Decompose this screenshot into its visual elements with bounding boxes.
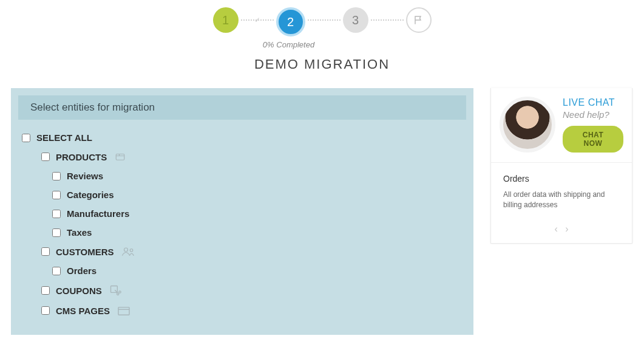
manufacturers-label: Manufacturers — [67, 208, 129, 219]
svg-point-1 — [124, 248, 127, 252]
progress-completed-text: 0% Completed — [0, 40, 644, 49]
info-card: Orders All order data with shipping and … — [491, 163, 632, 219]
svg-point-5 — [119, 291, 121, 293]
manufacturers-checkbox[interactable] — [52, 210, 61, 218]
live-chat-card: LIVE CHAT Need help? CHAT NOW — [491, 88, 632, 163]
chat-now-button[interactable]: CHAT NOW — [563, 126, 623, 153]
page-title: DEMO MIGRATION — [0, 57, 644, 72]
flag-icon — [413, 15, 424, 26]
reviews-label: Reviews — [67, 171, 103, 181]
group-products: PRODUCTS — [22, 147, 463, 167]
step-connector — [371, 19, 404, 21]
progress-stepper: 1 ✓ 2 3 — [0, 0, 644, 36]
svg-point-4 — [117, 293, 118, 295]
avatar — [500, 97, 555, 153]
orders-label: Orders — [67, 266, 97, 276]
step-3[interactable]: 3 — [343, 7, 368, 33]
step-connector — [308, 19, 341, 21]
products-label: PRODUCTS — [56, 152, 107, 162]
customers-checkbox[interactable] — [41, 247, 50, 256]
info-nav: ‹ › — [491, 219, 632, 243]
scissors-icon — [109, 284, 121, 297]
check-icon: ✓ — [254, 16, 260, 24]
svg-point-2 — [130, 249, 133, 252]
people-icon — [121, 246, 136, 257]
group-cms-pages: CMS PAGES — [22, 301, 463, 320]
entities-panel: Select entities for migration SELECT ALL… — [11, 88, 473, 335]
coupons-checkbox[interactable] — [41, 286, 50, 295]
svg-rect-6 — [118, 307, 129, 315]
row-manufacturers: Manufacturers — [22, 204, 463, 223]
products-checkbox[interactable] — [41, 153, 50, 161]
taxes-checkbox[interactable] — [52, 228, 61, 237]
customers-label: CUSTOMERS — [56, 247, 114, 257]
step-finish[interactable] — [406, 7, 432, 33]
row-taxes: Taxes — [22, 223, 463, 242]
row-orders: Orders — [22, 261, 463, 280]
categories-label: Categories — [67, 190, 114, 200]
select-all-checkbox[interactable] — [22, 134, 30, 142]
step-connector: ✓ — [241, 19, 274, 21]
orders-checkbox[interactable] — [52, 267, 61, 275]
panel-header: Select entities for migration — [18, 95, 466, 120]
select-all-row: SELECT ALL — [22, 128, 463, 147]
row-reviews: Reviews — [22, 167, 463, 185]
box-icon — [114, 151, 126, 162]
step-2[interactable]: 2 — [276, 7, 305, 36]
cms-pages-checkbox[interactable] — [41, 306, 50, 315]
reviews-checkbox[interactable] — [52, 172, 61, 180]
group-customers: CUSTOMERS — [22, 242, 463, 261]
info-card-title: Orders — [503, 174, 620, 184]
row-categories: Categories — [22, 185, 463, 204]
prev-arrow-icon[interactable]: ‹ — [554, 224, 557, 234]
next-arrow-icon[interactable]: › — [565, 224, 568, 234]
select-all-label: SELECT ALL — [36, 132, 92, 143]
folder-icon — [117, 305, 130, 316]
live-chat-subtitle: Need help? — [563, 109, 623, 120]
sidebar: LIVE CHAT Need help? CHAT NOW Orders All… — [490, 88, 632, 244]
entities-tree: SELECT ALL PRODUCTS Reviews Categories — [18, 128, 466, 328]
coupons-label: COUPONS — [56, 286, 102, 296]
svg-rect-0 — [116, 154, 124, 160]
taxes-label: Taxes — [67, 227, 92, 238]
step-1[interactable]: 1 — [213, 7, 239, 33]
info-card-description: All order data with shipping and billing… — [503, 190, 620, 210]
group-coupons: COUPONS — [22, 280, 463, 301]
cms-pages-label: CMS PAGES — [56, 306, 110, 316]
live-chat-title: LIVE CHAT — [563, 97, 623, 108]
categories-checkbox[interactable] — [52, 191, 61, 199]
